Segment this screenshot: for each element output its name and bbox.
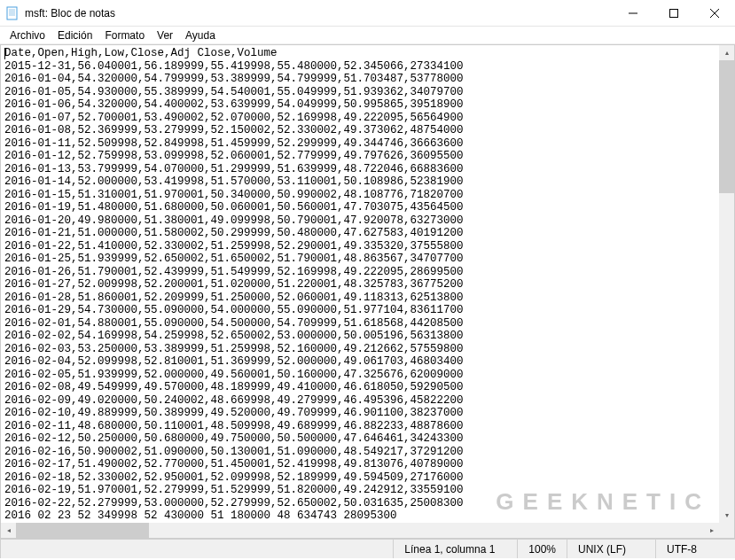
status-spacer [0, 540, 393, 558]
statusbar: Línea 1, columna 1 100% UNIX (LF) UTF-8 [0, 539, 735, 558]
vertical-scrollbar[interactable]: ▴ ▾ [719, 45, 734, 523]
scroll-track-v[interactable] [719, 60, 734, 508]
menu-format[interactable]: Formato [98, 27, 151, 43]
scroll-left-button[interactable]: ◂ [1, 523, 16, 538]
status-zoom: 100% [517, 540, 567, 558]
menu-view[interactable]: Ver [151, 27, 179, 43]
editor-frame: Date,Open,High,Low,Close,Adj Close,Volum… [0, 44, 735, 539]
scroll-right-button[interactable]: ▸ [704, 523, 719, 538]
menubar: Archivo Edición Formato Ver Ayuda [0, 27, 735, 44]
text-editor[interactable]: Date,Open,High,Low,Close,Adj Close,Volum… [1, 45, 719, 523]
titlebar: msft: Bloc de notas [0, 0, 735, 27]
scroll-track-h[interactable] [16, 523, 704, 538]
scroll-down-button[interactable]: ▾ [719, 508, 734, 523]
menu-file[interactable]: Archivo [4, 27, 51, 43]
status-position: Línea 1, columna 1 [393, 540, 517, 558]
minimize-button[interactable] [613, 0, 653, 26]
close-button[interactable] [694, 0, 735, 26]
status-line-ending: UNIX (LF) [567, 540, 655, 558]
scroll-thumb-v[interactable] [719, 60, 734, 193]
horizontal-scrollbar[interactable]: ◂ ▸ [1, 523, 719, 538]
svg-rect-6 [670, 9, 678, 17]
window-title: msft: Bloc de notas [25, 7, 613, 19]
status-encoding: UTF-8 [655, 540, 735, 558]
maximize-button[interactable] [653, 0, 694, 26]
window-controls [613, 0, 735, 26]
menu-help[interactable]: Ayuda [179, 27, 222, 43]
notepad-icon [5, 6, 20, 20]
scroll-thumb-h[interactable] [16, 523, 149, 538]
menu-edit[interactable]: Edición [51, 27, 98, 43]
scroll-up-button[interactable]: ▴ [719, 45, 734, 60]
scroll-corner [719, 523, 734, 538]
